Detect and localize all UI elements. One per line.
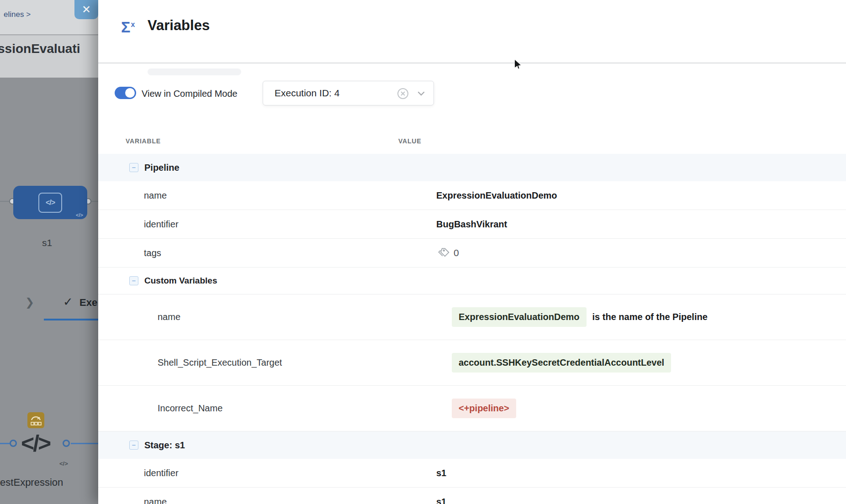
- compiled-mode-toggle-label: View in Compiled Mode: [142, 89, 238, 99]
- screen: elines > ssionEvaluati </> </> s1 ❯ ✓ Ex…: [0, 0, 846, 504]
- variables-table: VARIABLE VALUE −PipelinenameExpressionEv…: [98, 128, 846, 504]
- variable-row: tags0: [98, 239, 846, 268]
- variable-name: identifier: [98, 219, 436, 230]
- variable-value: s1: [436, 497, 446, 504]
- stage-node[interactable]: </> </>: [13, 186, 87, 219]
- compiled-mode-toggle[interactable]: [115, 87, 136, 99]
- section-row: −Pipeline: [98, 154, 846, 181]
- toggle-knob: [125, 88, 135, 98]
- value-chip: ExpressionEvaluationDemo: [452, 307, 587, 327]
- variable-row: nameExpressionEvaluationDemo: [98, 181, 846, 210]
- clear-selection-icon[interactable]: [397, 88, 409, 100]
- variable-row: identifierBugBashVikrant: [98, 210, 846, 239]
- expand-chevron-icon[interactable]: ❯: [25, 296, 34, 309]
- execution-id-select[interactable]: Execution ID: 4: [263, 81, 434, 105]
- variable-name: tags: [98, 248, 436, 258]
- variable-name: name: [98, 312, 436, 322]
- check-icon: ✓: [63, 295, 73, 309]
- section-title: Stage: s1: [144, 440, 185, 451]
- stage-node-label: s1: [42, 237, 52, 248]
- breadcrumb[interactable]: elines >: [4, 10, 31, 19]
- variable-row: Shell_Script_Execution_Targetaccount.SSH…: [98, 340, 846, 386]
- collapse-icon[interactable]: −: [129, 441, 138, 450]
- sigma-variables-icon: Σx: [121, 18, 134, 36]
- variable-name: name: [98, 497, 436, 504]
- variable-row: names1: [98, 488, 846, 504]
- variable-value: ExpressionEvaluationDemo: [436, 190, 557, 201]
- variable-value: ExpressionEvaluationDemois the name of t…: [436, 307, 708, 327]
- step-connector-dot: [63, 440, 70, 447]
- execution-id-value: Execution ID: 4: [275, 88, 339, 99]
- variable-value: 0: [436, 247, 459, 259]
- variables-table-body: −PipelinenameExpressionEvaluationDemoide…: [98, 154, 846, 504]
- variable-value: s1: [436, 468, 446, 478]
- pipeline-title-bar: ssionEvaluati: [0, 35, 98, 78]
- section-title: Custom Variables: [144, 276, 217, 286]
- pipeline-canvas-dimmed: elines > ssionEvaluati </> </> s1 ❯ ✓ Ex…: [0, 0, 98, 504]
- pipeline-title: ssionEvaluati: [0, 42, 80, 56]
- chevron-down-icon[interactable]: [417, 90, 425, 97]
- variable-name: identifier: [98, 468, 436, 478]
- variable-name: Incorrect_Name: [98, 403, 436, 414]
- collapse-icon[interactable]: −: [129, 163, 138, 172]
- gauge-step-icon: [27, 412, 44, 428]
- value-suffix: is the name of the Pipeline: [592, 312, 708, 322]
- step-connector-line: [71, 443, 98, 444]
- variables-panel: Σx Variables View in Compiled Mode Execu…: [98, 0, 846, 504]
- value-chip: <+pipeline>: [452, 399, 516, 418]
- shell-script-step-node[interactable]: </>: [21, 427, 50, 459]
- custom-stage-icon: </>: [38, 193, 62, 213]
- code-badge-icon: </>: [76, 212, 83, 218]
- variable-name: name: [98, 190, 436, 201]
- value-chip: account.SSHKeySecretCredentialAccountLev…: [452, 353, 671, 373]
- section-row: −Custom Variables: [98, 268, 846, 294]
- loading-shimmer: [148, 68, 241, 75]
- column-header-variable: VARIABLE: [98, 137, 398, 145]
- close-button[interactable]: ✕: [74, 0, 98, 19]
- tab-active-underline: [44, 319, 98, 320]
- code-badge-icon: </>: [59, 460, 68, 467]
- close-icon: ✕: [82, 3, 91, 16]
- tab-execution[interactable]: Exe: [79, 297, 97, 309]
- tag-icon: [436, 247, 450, 259]
- table-header: VARIABLE VALUE: [98, 128, 846, 154]
- variable-value: account.SSHKeySecretCredentialAccountLev…: [436, 353, 671, 373]
- section-title: Pipeline: [144, 163, 180, 173]
- divider: [98, 63, 846, 63]
- variable-value: BugBashVikrant: [436, 219, 507, 230]
- variable-value: <+pipeline>: [436, 399, 516, 418]
- column-header-value: VALUE: [398, 137, 421, 145]
- step-connector-dot: [10, 440, 17, 447]
- step-label: testExpression: [0, 477, 63, 488]
- panel-title: Variables: [148, 17, 210, 34]
- variable-name: Shell_Script_Execution_Target: [98, 357, 436, 368]
- step-connector-line: [0, 443, 10, 444]
- variable-row: nameExpressionEvaluationDemois the name …: [98, 294, 846, 340]
- collapse-icon[interactable]: −: [129, 276, 138, 285]
- section-row: −Stage: s1: [98, 431, 846, 459]
- variable-row: Incorrect_Name<+pipeline>: [98, 386, 846, 431]
- variable-row: identifiers1: [98, 459, 846, 488]
